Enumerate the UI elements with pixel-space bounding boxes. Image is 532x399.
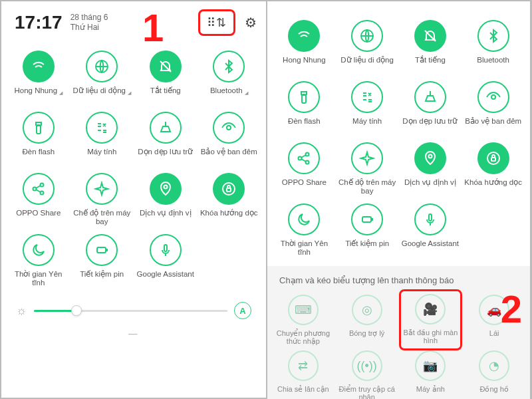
qs-tile-location[interactable]: Dịch vụ định vị — [399, 138, 462, 200]
qs-tile-share[interactable]: OPPO Share — [273, 138, 336, 200]
edit-tiles-button[interactable]: ⠿⇅ — [198, 9, 235, 36]
qs-tile-label: Bluetooth — [210, 86, 248, 104]
eye-icon — [477, 81, 509, 113]
svg-rect-19 — [491, 158, 495, 161]
battery-icon — [86, 234, 118, 266]
video-icon: 🎥 — [415, 294, 446, 325]
qs-tile-wifi[interactable]: Hong Nhung — [7, 47, 70, 108]
qs-tile-label: OPPO Share — [282, 178, 327, 196]
bluetooth-icon — [477, 20, 509, 52]
qs-tile-label: Bluetooth — [477, 56, 509, 73]
qs-tile-broom[interactable]: Dọn dẹp lưu trữ — [399, 77, 462, 138]
flashlight-icon — [23, 112, 55, 144]
plane-icon — [86, 173, 118, 205]
qs-tile-flashlight[interactable]: Đèn flash — [7, 108, 70, 169]
svg-rect-8 — [227, 188, 231, 192]
available-tile-camera[interactable]: 📷Máy ảnh — [399, 348, 463, 399]
qs-tile-globe[interactable]: Dữ liệu di động — [70, 47, 134, 108]
qs-tile-lock-rotate[interactable]: Khóa hướng dọc — [198, 169, 261, 230]
qs-tile-label: Máy tính — [87, 148, 116, 165]
qs-tile-bluetooth[interactable]: Bluetooth — [462, 16, 525, 77]
available-tile-video[interactable]: 🎥Bắt đầu ghi màn hình — [399, 289, 463, 350]
lock-rotate-icon — [213, 173, 245, 205]
svg-rect-21 — [429, 214, 432, 221]
qs-tile-label: Máy tính — [352, 117, 382, 134]
qs-tile-calc[interactable]: Máy tính — [70, 108, 134, 169]
qs-tile-bluetooth[interactable]: Bluetooth — [198, 47, 261, 108]
qs-tile-globe[interactable]: Dữ liệu di động — [336, 16, 399, 77]
annotation-1: 1 — [142, 5, 164, 50]
qs-tile-bell-off[interactable]: Tắt tiếng — [134, 47, 198, 108]
brightness-slider-row: ☼ A — [1, 294, 266, 325]
wifi-icon — [288, 20, 320, 52]
share-icon — [288, 142, 320, 174]
qs-tile-label: OPPO Share — [16, 209, 61, 226]
svg-point-17 — [428, 155, 432, 158]
available-tile-label: Lái — [489, 329, 499, 345]
quick-settings-panel-step1: 17:17 28 tháng 6 Thứ Hai ⠿⇅ ⚙ 1 Hong Nhu… — [1, 1, 266, 398]
qs-tile-label: Dữ liệu di động — [72, 86, 131, 104]
brightness-thumb[interactable] — [71, 305, 82, 316]
qs-tile-moon[interactable]: Thời gian Yên tĩnh — [273, 200, 336, 261]
brightness-slider[interactable] — [34, 310, 228, 312]
available-tile-label: Điểm truy cập cá nhân — [336, 385, 398, 399]
hotspot-icon: ((•)) — [352, 350, 382, 381]
svg-point-13 — [491, 95, 495, 99]
qs-tile-label: Tắt tiếng — [150, 86, 181, 104]
available-tile-label: Chuyển phương thức nhập — [273, 329, 334, 345]
qs-tile-label: Tiết kiệm pin — [80, 270, 124, 287]
drag-handle[interactable]: ⸺ — [1, 325, 266, 344]
available-tile-dna[interactable]: ⇄Chia sẻ lân cận — [271, 348, 335, 399]
brightness-icon: ☼ — [16, 304, 27, 318]
available-tile-clock[interactable]: ◔Đồng hồ — [462, 348, 526, 399]
qs-tile-flashlight[interactable]: Đèn flash — [273, 77, 336, 138]
qs-tile-wifi[interactable]: Hong Nhung — [273, 16, 336, 77]
wifi-icon — [23, 51, 55, 82]
qs-tile-label: Dịch vụ định vị — [404, 178, 456, 196]
location-icon — [414, 142, 446, 174]
bell-off-icon — [150, 51, 182, 82]
qs-tile-plane[interactable]: Chế độ trên máy bay — [70, 169, 134, 230]
qs-tile-bell-off[interactable]: Tắt tiếng — [399, 16, 462, 77]
eye-icon — [213, 112, 245, 144]
moon-icon — [288, 203, 320, 235]
qs-tile-label: Bảo vệ ban đêm — [201, 148, 257, 165]
qs-tile-label: Tiết kiệm pin — [345, 239, 389, 257]
svg-point-6 — [164, 186, 167, 189]
qs-tile-label: Chế độ trên máy bay — [337, 178, 398, 196]
qs-tile-label: Thời gian Yên tĩnh — [274, 239, 334, 257]
qs-tile-share[interactable]: OPPO Share — [7, 169, 70, 230]
calc-icon — [86, 112, 118, 144]
available-tile-hotspot[interactable]: ((•))Điểm truy cập cá nhân — [335, 348, 399, 399]
share-icon — [23, 173, 55, 205]
qs-tile-mic[interactable]: Google Assistant — [399, 200, 462, 261]
qs-tile-calc[interactable]: Máy tính — [336, 77, 399, 138]
moon-icon — [23, 234, 55, 266]
qs-tile-moon[interactable]: Thời gian Yên tĩnh — [7, 230, 70, 291]
auto-brightness-toggle[interactable]: A — [234, 302, 251, 319]
available-tile-label: Bóng trợ lý — [349, 329, 384, 345]
available-tile-circle-dot[interactable]: ◎Bóng trợ lý — [335, 292, 399, 348]
qs-tile-battery[interactable]: Tiết kiệm pin — [336, 200, 399, 261]
svg-rect-20 — [362, 217, 371, 222]
qs-tile-location[interactable]: Dịch vụ định vị — [134, 169, 198, 230]
qs-tile-eye[interactable]: Bảo vệ ban đêm — [198, 108, 261, 169]
qs-tile-mic[interactable]: Google Assistant — [134, 230, 198, 291]
available-tile-keyboard[interactable]: ⌨Chuyển phương thức nhập — [271, 292, 335, 348]
settings-gear-icon[interactable]: ⚙ — [245, 15, 257, 31]
globe-icon — [86, 51, 118, 82]
qs-tile-plane[interactable]: Chế độ trên máy bay — [336, 138, 399, 200]
qs-tile-broom[interactable]: Dọn dẹp lưu trữ — [134, 108, 198, 169]
status-bar: 17:17 28 tháng 6 Thứ Hai ⠿⇅ ⚙ — [1, 1, 266, 40]
qs-tile-label: Dịch vụ định vị — [140, 209, 192, 226]
mic-icon — [414, 203, 446, 235]
dna-icon: ⇄ — [288, 350, 319, 381]
qs-tile-label: Dọn dẹp lưu trữ — [402, 117, 458, 134]
available-tile-label: Chia sẻ lân cận — [277, 385, 329, 399]
qs-tile-lock-rotate[interactable]: Khóa hướng dọc — [462, 138, 525, 200]
qs-tile-battery[interactable]: Tiết kiệm pin — [70, 230, 134, 291]
available-tile-label: Máy ảnh — [416, 385, 445, 399]
qs-tile-label: Thời gian Yên tĩnh — [8, 270, 69, 287]
qs-tile-label: Khóa hướng dọc — [200, 209, 258, 226]
qs-tile-eye[interactable]: Bảo vệ ban đêm — [462, 77, 525, 138]
